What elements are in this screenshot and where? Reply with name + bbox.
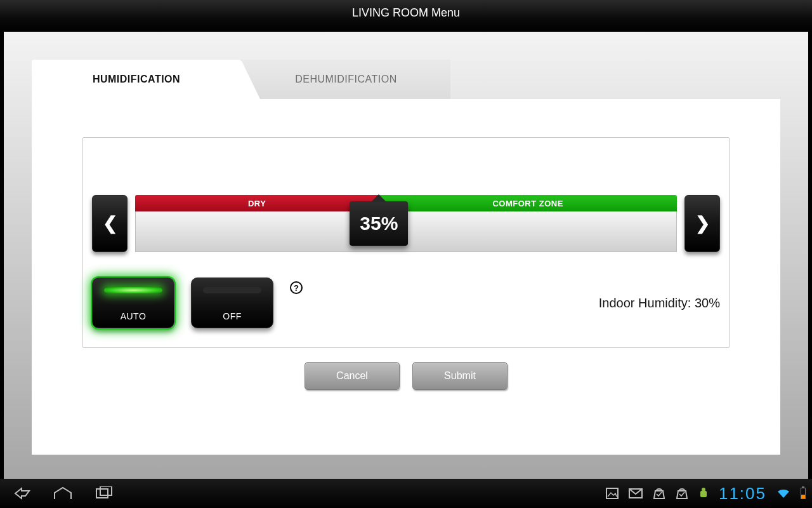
wifi-icon — [776, 488, 790, 499]
main-panel: HUMIDIFICATION DEHUMIDIFICATION ❮ DRY CO… — [4, 32, 808, 479]
humidity-slider[interactable]: DRY COMFORT ZONE 35% — [135, 195, 677, 252]
clock: 11:05 — [719, 484, 766, 504]
increase-button[interactable]: ❯ — [684, 195, 720, 252]
indoor-humidity-readout: Indoor Humidity: 30% — [599, 296, 720, 311]
svg-rect-0 — [96, 489, 108, 498]
mode-row: AUTO OFF ? Indoor Humidity: 30% — [92, 277, 720, 328]
battery-icon — [801, 488, 806, 499]
recent-apps-icon[interactable] — [95, 486, 114, 500]
tab-bar: HUMIDIFICATION DEHUMIDIFICATION — [32, 60, 780, 99]
led-icon — [203, 287, 261, 293]
mode-auto-label: AUTO — [121, 311, 147, 321]
humidity-slider-row: ❮ DRY COMFORT ZONE 35% ❯ — [92, 195, 720, 252]
gallery-icon[interactable] — [606, 488, 619, 499]
slider-track[interactable]: 35% — [135, 211, 677, 252]
mode-off-label: OFF — [223, 311, 242, 321]
led-icon — [104, 287, 162, 293]
android-nav-bar: 11:05 — [0, 479, 812, 508]
action-buttons: Cancel Submit — [82, 362, 730, 390]
tab-dehumidification[interactable]: DEHUMIDIFICATION — [241, 60, 450, 99]
store-icon[interactable] — [653, 487, 665, 500]
humidity-panel: ❮ DRY COMFORT ZONE 35% ❯ — [82, 137, 730, 348]
mode-off-button[interactable]: OFF — [191, 277, 273, 328]
svg-point-5 — [702, 488, 705, 491]
mail-icon[interactable] — [629, 488, 643, 498]
store-icon[interactable] — [676, 487, 688, 500]
submit-button[interactable]: Submit — [412, 362, 508, 390]
home-icon[interactable] — [52, 486, 74, 500]
window-title: LIVING ROOM Menu — [0, 0, 812, 32]
zone-dry-label: DRY — [135, 195, 379, 211]
tab-content: ❮ DRY COMFORT ZONE 35% ❯ — [32, 99, 780, 455]
tab-humidification[interactable]: HUMIDIFICATION — [32, 60, 241, 99]
svg-rect-4 — [700, 491, 707, 497]
mode-auto-button[interactable]: AUTO — [92, 277, 174, 328]
android-icon — [698, 487, 709, 500]
decrease-button[interactable]: ❮ — [92, 195, 128, 252]
back-icon[interactable] — [6, 486, 30, 500]
svg-rect-1 — [100, 486, 112, 495]
slider-handle[interactable]: 35% — [350, 201, 408, 246]
help-icon[interactable]: ? — [290, 281, 303, 294]
cancel-button[interactable]: Cancel — [304, 362, 400, 390]
zone-comfort-label: COMFORT ZONE — [379, 195, 677, 211]
